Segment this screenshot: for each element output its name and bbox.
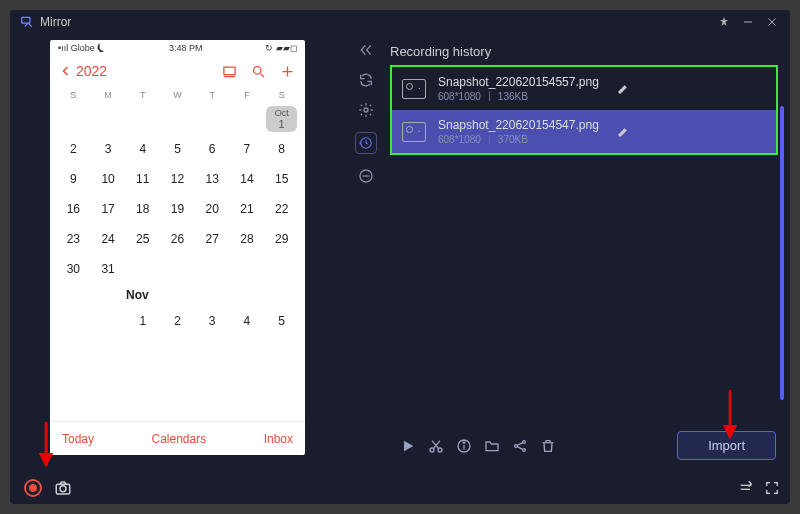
- history-item[interactable]: Snapshot_220620154557.png 608*1080136KB: [392, 67, 776, 110]
- edit-icon[interactable]: [617, 125, 630, 138]
- svg-rect-2: [224, 67, 235, 75]
- scrollbar[interactable]: [780, 106, 784, 400]
- action-toolbar: [400, 438, 556, 454]
- app-logo-icon: [20, 15, 34, 29]
- app-title: Mirror: [40, 15, 71, 29]
- record-button[interactable]: [24, 479, 42, 497]
- today-button[interactable]: Today: [62, 432, 94, 446]
- add-icon[interactable]: [280, 64, 295, 79]
- rotate-icon[interactable]: [358, 72, 374, 88]
- side-rail: [350, 34, 382, 184]
- file-name: Snapshot_220620154547.png: [438, 118, 599, 132]
- svg-line-5: [260, 73, 264, 77]
- mirror-panel: •ııl Globe ⏾ 3:48 PM ↻ ▰▰◻ 2022: [10, 34, 350, 472]
- month-label-nov: Nov: [126, 288, 149, 302]
- history-item[interactable]: Snapshot_220620154547.png 608*1080370KB: [392, 110, 776, 153]
- svg-point-16: [515, 444, 518, 447]
- app-window: Mirror •ııl Globe ⏾ 3:48 PM ↻ ▰▰◻ 2022: [10, 10, 790, 504]
- history-panel: Recording history Snapshot_220620154557.…: [350, 34, 790, 472]
- file-name: Snapshot_220620154557.png: [438, 75, 599, 89]
- image-icon: [402, 79, 426, 99]
- fullscreen-icon[interactable]: [764, 480, 780, 496]
- inbox-button[interactable]: Inbox: [264, 432, 293, 446]
- svg-point-18: [523, 448, 526, 451]
- history-list: Snapshot_220620154557.png 608*1080136KB …: [390, 65, 778, 155]
- pin-button[interactable]: [716, 14, 732, 30]
- folder-icon[interactable]: [484, 438, 500, 454]
- search-icon[interactable]: [251, 64, 266, 79]
- svg-rect-0: [22, 17, 30, 23]
- settings-icon[interactable]: [358, 102, 374, 118]
- collapse-icon[interactable]: [358, 42, 374, 58]
- share-icon[interactable]: [512, 438, 528, 454]
- image-icon: [402, 122, 426, 142]
- snapshot-button[interactable]: [54, 479, 72, 497]
- import-button[interactable]: Import: [677, 431, 776, 460]
- list-icon[interactable]: [738, 480, 754, 496]
- phone-mirror: •ııl Globe ⏾ 3:48 PM ↻ ▰▰◻ 2022: [50, 40, 305, 455]
- play-icon[interactable]: [400, 438, 416, 454]
- svg-point-20: [60, 486, 66, 492]
- close-button[interactable]: [764, 14, 780, 30]
- delete-icon[interactable]: [540, 438, 556, 454]
- titlebar: Mirror: [10, 10, 790, 34]
- view-icon[interactable]: [222, 64, 237, 79]
- today-badge[interactable]: Oct1: [266, 106, 297, 132]
- phone-statusbar: •ııl Globe ⏾ 3:48 PM ↻ ▰▰◻: [50, 40, 305, 56]
- history-icon[interactable]: [355, 132, 377, 154]
- calendar-header: 2022: [50, 56, 305, 86]
- back-year-button[interactable]: 2022: [60, 63, 107, 79]
- calendars-button[interactable]: Calendars: [151, 432, 206, 446]
- edit-icon[interactable]: [617, 82, 630, 95]
- remove-icon[interactable]: [358, 168, 374, 184]
- calendar-footer: Today Calendars Inbox: [50, 421, 305, 455]
- calendar-grid[interactable]: ...... Oct1 2345678 9101112131415 161718…: [50, 104, 305, 336]
- svg-point-8: [364, 108, 368, 112]
- svg-point-4: [254, 66, 262, 74]
- weekday-row: SMTWTFS: [50, 86, 305, 104]
- svg-point-15: [463, 442, 464, 443]
- info-icon[interactable]: [456, 438, 472, 454]
- svg-point-17: [523, 440, 526, 443]
- minimize-button[interactable]: [740, 14, 756, 30]
- bottom-controls: [10, 472, 790, 504]
- panel-title: Recording history: [390, 34, 790, 65]
- cut-icon[interactable]: [428, 438, 444, 454]
